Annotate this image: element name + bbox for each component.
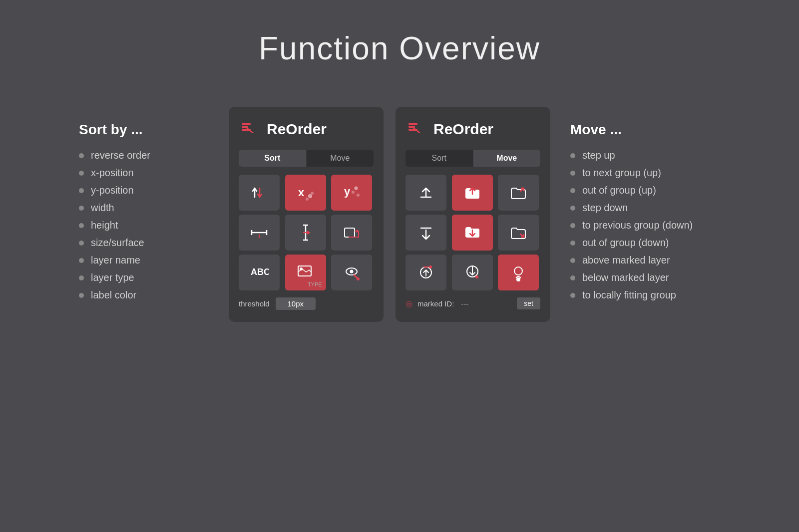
sort-height-button[interactable] [285,215,326,251]
sort-abc-button[interactable]: ABC [239,255,280,290]
bullet-dot [570,223,575,228]
list-item: out of group (down) [570,237,720,249]
right-panel: Move ... step up to next group (up) out … [550,107,720,301]
sort-order-button[interactable] [239,175,280,211]
list-item: width [79,202,229,214]
left-panel: Sort by ... reverse order x-position y-p… [79,107,229,301]
tab-sort-move[interactable]: Move [307,150,374,167]
list-item: step up [570,150,720,161]
svg-rect-29 [408,123,417,125]
sort-y-button[interactable]: y [331,175,372,211]
move-btn-grid [405,175,540,290]
bullet-dot [570,153,575,158]
bullet-dot [79,206,84,211]
svg-point-27 [357,277,360,280]
list-item: to next group (up) [570,167,720,179]
sort-plugin-name: ReOrder [267,121,327,138]
move-plugin-name: ReOrder [433,121,493,138]
bullet-dot [570,206,575,211]
svg-text:ABC: ABC [251,267,269,277]
bullet-dot [79,293,84,298]
svg-point-38 [475,275,478,278]
move-out-of-group-up-button[interactable] [498,175,539,211]
sort-plugin-panel: ReOrder Sort Move x [229,107,384,322]
sort-width-button[interactable] [239,215,280,251]
svg-rect-1 [242,123,251,125]
svg-text:y: y [344,185,351,198]
list-item: step down [570,202,720,214]
svg-point-8 [311,192,314,195]
move-plugin-panel: ReOrder Sort Move [396,107,550,322]
list-item: layer type [79,272,229,283]
tab-move-sort[interactable]: Sort [405,150,473,167]
move-to-next-group-up-button[interactable] [452,175,493,211]
marked-id-label: marked ID: [417,299,454,308]
svg-point-26 [350,270,354,273]
move-out-of-group-down-button[interactable] [498,215,539,251]
bullet-dot [79,258,84,263]
move-above-marked-button[interactable] [405,255,446,290]
bullet-dot [570,258,575,263]
svg-point-10 [355,187,358,190]
move-below-marked-button[interactable] [452,255,493,290]
bullet-dot [79,171,84,176]
svg-point-7 [306,198,309,201]
move-list: step up to next group (up) out of group … [570,150,720,301]
svg-point-24 [300,267,303,270]
panels-area: ReOrder Sort Move x [229,107,550,322]
bullet-dot [79,241,84,246]
svg-text:x: x [298,186,305,199]
list-item: layer name [79,255,229,266]
list-item: height [79,220,229,231]
bullet-dot [570,188,575,193]
page-title: Function Overview [259,30,540,67]
list-item: to locally fitting group [570,289,720,301]
move-to-prev-group-down-button[interactable] [452,215,493,251]
tab-sort-sort[interactable]: Sort [239,150,307,167]
svg-point-6 [308,194,312,198]
move-panel-title: Move ... [570,122,720,138]
sort-btn-grid: x y [239,175,374,290]
threshold-input[interactable] [276,297,316,310]
bullet-dot [79,275,84,280]
bullet-dot [79,223,84,228]
sort-type-button[interactable]: TYPE [285,255,326,290]
svg-point-36 [429,266,432,268]
svg-rect-30 [408,126,415,128]
move-step-up-button[interactable] [405,175,446,211]
svg-rect-21 [345,228,355,237]
list-item: label color [79,289,229,301]
sort-label-button[interactable] [331,255,372,290]
marked-icon: ◎ [405,299,412,308]
svg-point-39 [514,267,522,275]
sort-panel-title: Sort by ... [79,122,229,138]
move-step-down-button[interactable] [405,215,446,251]
reorder-logo-move [405,119,426,140]
bullet-dot [570,293,575,298]
svg-point-40 [516,277,520,281]
type-label: TYPE [308,281,322,287]
sort-size-button[interactable] [331,215,372,251]
list-item: below marked layer [570,272,720,283]
tab-move-move[interactable]: Move [473,150,541,167]
bullet-dot [570,241,575,246]
list-item: out of group (up) [570,185,720,196]
bullet-dot [570,275,575,280]
list-item: reverse order [79,150,229,161]
svg-point-12 [357,194,360,197]
move-tab-bar: Sort Move [405,150,540,167]
threshold-label: threshold [239,299,270,308]
sort-plugin-header: ReOrder [239,119,374,140]
svg-point-11 [352,191,355,194]
set-button[interactable]: set [517,297,540,309]
list-item: y-position [79,185,229,196]
sort-tab-bar: Sort Move [239,150,374,167]
bullet-dot [79,188,84,193]
move-plugin-header: ReOrder [405,119,540,140]
list-item: x-position [79,167,229,179]
list-item: above marked layer [570,255,720,266]
move-locally-fitting-button[interactable] [498,255,539,290]
sort-x-button[interactable]: x [285,175,326,211]
list-item: to previous group (down) [570,220,720,231]
marked-id-value: --- [461,299,468,308]
